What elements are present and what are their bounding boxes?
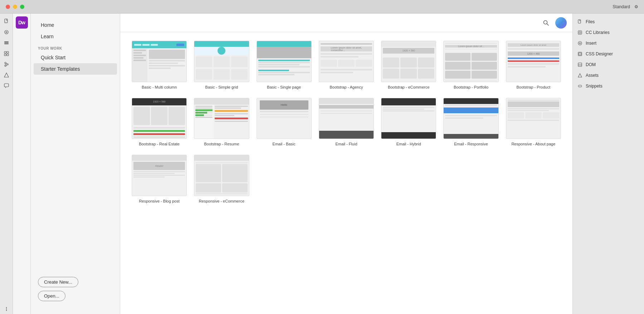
files-icon: [577, 19, 583, 25]
template-label: Email - Basic: [257, 142, 312, 146]
dw-logo[interactable]: Dw: [16, 16, 28, 29]
sidebar-item-starter-templates[interactable]: Starter Templates: [34, 63, 117, 75]
titlebar: Standard ⚙: [0, 0, 644, 14]
file-icon[interactable]: [1, 16, 11, 26]
chat-icon[interactable]: [1, 81, 11, 91]
template-label: Email - Responsive: [443, 142, 498, 146]
right-panel-label-dom: DOM: [586, 62, 596, 67]
template-item[interactable]: Header Responsive - Blog post: [132, 155, 187, 203]
icon-rail: [0, 14, 13, 314]
right-panel-label-assets: Assets: [586, 73, 599, 78]
titlebar-right: Standard ⚙: [613, 4, 638, 9]
sidebar: Home Learn YOUR WORK Quick Start Starter…: [31, 14, 120, 314]
template-label: Responsive - Blog post: [132, 199, 187, 203]
template-item[interactable]: Lorem ipsum dolor sit amet 1200 × 460 Bo…: [506, 41, 561, 89]
template-label: Basic - Simple grid: [194, 85, 249, 89]
right-panel-item-assets[interactable]: Assets: [573, 70, 644, 81]
template-label: Bootstrap - Agency: [319, 85, 374, 89]
close-button[interactable]: [6, 5, 10, 9]
svg-rect-21: [578, 31, 582, 34]
more-icon[interactable]: [1, 304, 11, 314]
right-panel-item-insert[interactable]: Insert: [573, 38, 644, 49]
right-panel-item-snippets[interactable]: Snippets: [573, 81, 644, 91]
template-thumbnail-email-fluid: [319, 98, 374, 139]
template-thumbnail-resp-ecom: [194, 155, 249, 196]
dom-icon: [577, 62, 583, 68]
svg-point-11: [5, 65, 6, 66]
template-item[interactable]: 1920 × 580 Bootstrap - eCommerce: [381, 41, 436, 89]
template-item[interactable]: Lorem ipsum dolor sit... Bootstrap -: [443, 41, 498, 89]
template-item[interactable]: Responsive - About page: [506, 98, 561, 146]
svg-marker-13: [4, 73, 9, 77]
template-label: Email - Fluid: [319, 142, 374, 146]
template-item[interactable]: Responsive - eCommerce: [194, 155, 249, 203]
settings-icon[interactable]: ⚙: [634, 4, 638, 9]
svg-rect-8: [4, 54, 6, 56]
template-thumbnail-email-basic: Hello: [257, 98, 312, 139]
minimize-button[interactable]: [13, 5, 17, 9]
template-item[interactable]: 1920 × 580 Bootstrap - Real Estate: [132, 98, 187, 146]
template-item[interactable]: Basic - Multi column: [132, 41, 187, 89]
svg-point-10: [5, 62, 6, 64]
design-icon[interactable]: [1, 49, 11, 59]
template-label: Basic - Single page: [257, 85, 312, 89]
main-header: [120, 14, 572, 32]
template-thumbnail-simple-grid: [194, 41, 249, 82]
template-item[interactable]: Email - Fluid: [319, 98, 374, 146]
templates-grid: Basic - Multi column: [132, 41, 561, 203]
app-container: Dw Home Learn YOUR WORK Quick Start Star…: [0, 14, 644, 314]
user-avatar[interactable]: [555, 17, 567, 29]
svg-rect-7: [7, 51, 9, 53]
git-icon[interactable]: [1, 59, 11, 69]
svg-rect-1: [5, 22, 8, 23]
sidebar-item-quick-start[interactable]: Quick Start: [34, 52, 117, 63]
sidebar-item-home[interactable]: Home: [34, 19, 117, 31]
right-panel-item-css-designer[interactable]: CSS Designer: [573, 49, 644, 59]
template-thumbnail-bs-agency: Lorem ipsum dolor sit amet,consectitur..…: [319, 41, 374, 82]
template-item[interactable]: Basic - Simple grid: [194, 41, 249, 89]
create-new-button[interactable]: Create New...: [38, 277, 78, 287]
right-panel-item-cc-libraries[interactable]: CC Libraries: [573, 27, 644, 38]
template-thumbnail-resp-about: [506, 98, 561, 139]
standard-label[interactable]: Standard: [613, 4, 630, 9]
dw-logo-area: Dw: [13, 14, 31, 314]
template-item[interactable]: Email - Responsive: [443, 98, 498, 146]
snippets-icon: [577, 83, 583, 89]
svg-rect-6: [4, 51, 6, 53]
review-icon[interactable]: [1, 70, 11, 80]
sidebar-item-learn[interactable]: Learn: [34, 31, 117, 42]
template-label: Bootstrap - eCommerce: [381, 85, 436, 89]
templates-grid-container: Basic - Multi column: [120, 32, 572, 314]
right-panel-label-cc-libraries: CC Libraries: [586, 30, 610, 35]
template-thumbnail-bs-realestate: 1920 × 580: [132, 98, 187, 139]
svg-point-15: [6, 307, 6, 308]
template-thumbnail-bs-product: Lorem ipsum dolor sit amet 1200 × 460: [506, 41, 561, 82]
right-panel-item-dom[interactable]: DOM: [573, 59, 644, 70]
right-panel-item-files[interactable]: Files: [573, 16, 644, 27]
template-thumbnail-bs-ecom: 1920 × 580: [381, 41, 436, 82]
extract-icon[interactable]: [1, 27, 11, 37]
assets-icon: [577, 73, 583, 78]
open-button[interactable]: Open...: [38, 291, 65, 301]
template-item[interactable]: Lorem ipsum dolor sit amet,consectitur..…: [319, 41, 374, 89]
template-thumbnail-email-hybrid: [381, 98, 436, 139]
template-label: Email - Hybrid: [381, 142, 436, 146]
template-item[interactable]: Basic - Single page: [257, 41, 312, 89]
template-item[interactable]: Bootstrap - Resume: [194, 98, 249, 146]
titlebar-left: [6, 5, 24, 9]
search-button[interactable]: [541, 18, 551, 28]
right-panel-label-snippets: Snippets: [586, 84, 602, 89]
template-label: Bootstrap - Product: [506, 85, 561, 89]
maximize-button[interactable]: [20, 5, 24, 9]
sidebar-section-your-work: YOUR WORK: [31, 42, 120, 52]
template-label: Basic - Multi column: [132, 85, 187, 89]
svg-rect-9: [7, 54, 9, 56]
list-icon[interactable]: [1, 38, 11, 48]
svg-rect-3: [4, 41, 9, 42]
svg-rect-4: [4, 43, 9, 43]
main-content: Basic - Multi column: [120, 14, 572, 314]
template-item[interactable]: Email - Hybrid: [381, 98, 436, 146]
template-item[interactable]: Hello Email - Basic: [257, 98, 312, 146]
template-thumbnail-basic-multi: [132, 41, 187, 82]
insert-icon: [577, 40, 583, 46]
